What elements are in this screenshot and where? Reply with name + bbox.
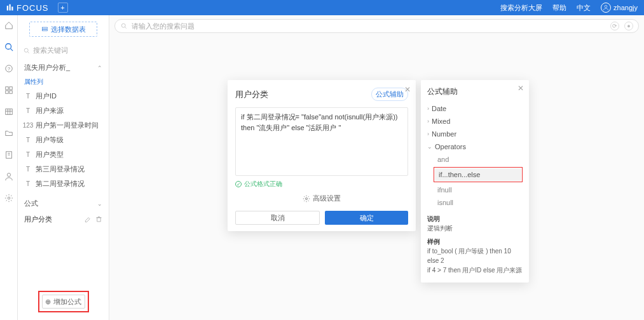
status-text: 公式格式正确 [244,180,282,189]
close-icon[interactable]: ✕ [404,85,411,94]
chevron-right-icon [427,131,429,137]
advanced-settings-button[interactable]: 高级设置 [235,194,408,203]
example-label: 样例 [427,237,523,246]
close-icon[interactable]: ✕ [517,84,524,93]
example-line-2: if 4 > 7 then 用户ID else 用户来源 [427,265,523,275]
modal-title: 用户分类 [235,89,268,100]
confirm-button[interactable]: 确定 [325,211,408,225]
chevron-right-icon [427,118,429,124]
gear-icon [303,195,310,203]
desc-text: 逻辑判断 [427,223,523,233]
operator-if-then-else[interactable]: if...then...else [435,168,521,181]
helper-cat-number[interactable]: Number [427,128,523,140]
advanced-label: 高级设置 [313,194,341,203]
svg-point-27 [306,197,308,199]
formula-status: ✓ 公式格式正确 [235,180,408,189]
formula-helper-panel: ✕ 公式辅助 Date Mixed Number Operators and i… [421,80,529,283]
formula-modal: ✕ 用户分类 公式辅助 if 第二周登录情况= "false"and not(i… [228,80,416,231]
formula-helper-link[interactable]: 公式辅助 [371,88,408,101]
desc-label: 说明 [427,214,523,223]
chevron-down-icon [427,143,432,150]
operator-if-then-else-highlight: if...then...else [434,167,523,182]
operator-ifnull[interactable]: ifnull [434,183,523,196]
helper-title: 公式辅助 [427,86,523,97]
cancel-button[interactable]: 取消 [235,211,320,225]
helper-info: 说明 逻辑判断 样例 if to_bool ( 用户等级 ) then 10 e… [427,214,523,275]
example-line-1: if to_bool ( 用户等级 ) then 10 else 2 [427,246,523,265]
helper-cat-mixed[interactable]: Mixed [427,115,523,128]
operator-and[interactable]: and [434,153,523,166]
helper-cat-operators[interactable]: Operators [427,140,523,153]
helper-cat-date[interactable]: Date [427,102,523,115]
check-icon: ✓ [235,181,242,187]
formula-editor[interactable]: if 第二周登录情况= "false"and not(isnull(用户来源))… [235,107,408,176]
operator-isnull[interactable]: isnull [434,196,523,209]
chevron-right-icon [427,105,429,112]
